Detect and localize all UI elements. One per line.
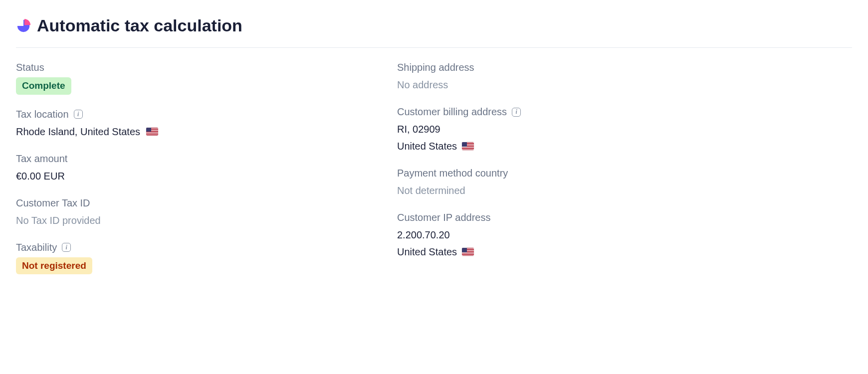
billing-address-label: Customer billing address (397, 106, 607, 118)
customer-tax-id-field: Customer Tax ID No Tax ID provided (16, 197, 365, 228)
taxability-label: Taxability (16, 242, 365, 253)
customer-ip-value: 2.200.70.20 United States (397, 227, 607, 259)
taxability-badge: Not registered (16, 257, 92, 275)
billing-address-field: Customer billing address RI, 02909 Unite… (397, 106, 607, 154)
status-badge: Complete (16, 77, 71, 95)
shipping-address-field: Shipping address No address (397, 62, 607, 92)
us-flag-icon (146, 128, 158, 136)
status-label: Status (16, 62, 365, 73)
billing-address-line1: RI, 02909 (397, 122, 440, 137)
us-flag-icon (462, 248, 474, 256)
customer-ip-country: United States (397, 244, 457, 259)
section-header: Automatic tax calculation (16, 16, 852, 48)
section-content: Status Complete Tax location Rhode Islan… (16, 48, 852, 288)
customer-ip-field: Customer IP address 2.200.70.20 United S… (397, 212, 607, 259)
tax-amount-field: Tax amount €0.00 EUR (16, 153, 365, 184)
billing-address-line2: United States (397, 139, 457, 154)
tax-pie-icon (16, 18, 31, 33)
tax-amount-value: €0.00 EUR (16, 169, 365, 184)
info-icon[interactable] (74, 110, 83, 119)
payment-method-country-value: Not determined (397, 183, 607, 198)
payment-method-country-label: Payment method country (397, 168, 607, 179)
tax-location-value-row: Rhode Island, United States (16, 124, 365, 139)
shipping-address-value: No address (397, 77, 607, 92)
tax-location-value: Rhode Island, United States (16, 124, 140, 139)
tax-location-field: Tax location Rhode Island, United States (16, 109, 365, 139)
shipping-address-label: Shipping address (397, 62, 607, 73)
customer-ip: 2.200.70.20 (397, 227, 450, 242)
customer-ip-label: Customer IP address (397, 212, 607, 223)
taxability-field: Taxability Not registered (16, 242, 365, 275)
right-column: Shipping address No address Customer bil… (397, 62, 607, 288)
billing-address-value: RI, 02909 United States (397, 122, 607, 154)
left-column: Status Complete Tax location Rhode Islan… (16, 62, 365, 288)
customer-tax-id-label: Customer Tax ID (16, 197, 365, 209)
tax-amount-label: Tax amount (16, 153, 365, 165)
info-icon[interactable] (512, 108, 521, 117)
status-field: Status Complete (16, 62, 365, 95)
us-flag-icon (462, 142, 474, 150)
automatic-tax-section: Automatic tax calculation Status Complet… (0, 0, 868, 304)
customer-tax-id-value: No Tax ID provided (16, 213, 365, 228)
tax-location-label: Tax location (16, 109, 365, 120)
payment-method-country-field: Payment method country Not determined (397, 168, 607, 198)
section-title: Automatic tax calculation (37, 16, 242, 35)
info-icon[interactable] (62, 243, 71, 252)
